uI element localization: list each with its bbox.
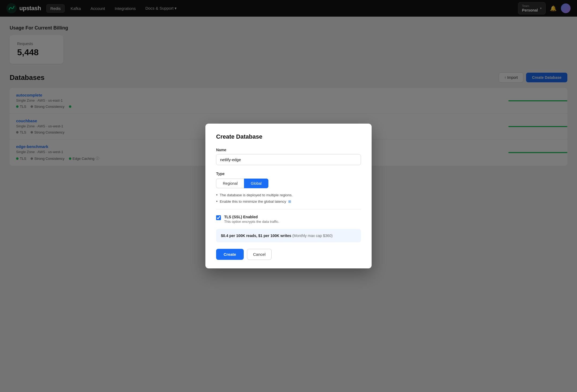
divider — [216, 209, 361, 209]
type-regional-button[interactable]: Regional — [216, 179, 244, 188]
type-description: The database is deployed to multiple reg… — [216, 193, 361, 204]
bullet-2: Enable this to minimize the global laten… — [216, 199, 361, 204]
pricing-muted: (Monthly max cap $360) — [292, 234, 332, 238]
modal-title: Create Database — [216, 133, 361, 140]
tls-title: TLS (SSL) Enabled — [224, 215, 279, 219]
tls-text: TLS (SSL) Enabled This option encrypts t… — [224, 215, 279, 224]
type-label: Type — [216, 172, 361, 176]
pricing-banner: $0.4 per 100K reads, $1 per 100K writes … — [216, 229, 361, 242]
tls-row: TLS (SSL) Enabled This option encrypts t… — [216, 215, 361, 224]
modal-overlay[interactable]: Create Database Name Type Regional Globa… — [0, 0, 577, 392]
cancel-button[interactable]: Cancel — [247, 249, 272, 260]
name-input[interactable] — [216, 154, 361, 165]
modal-actions: Create Cancel — [216, 249, 361, 260]
bullet-1: The database is deployed to multiple reg… — [216, 193, 361, 197]
external-link-icon[interactable]: ⊞ — [288, 199, 291, 204]
tls-checkbox[interactable] — [216, 215, 221, 220]
type-buttons: Regional Global — [216, 179, 361, 188]
type-global-button[interactable]: Global — [244, 179, 268, 188]
name-label: Name — [216, 148, 361, 152]
create-button[interactable]: Create — [216, 249, 244, 260]
create-database-modal: Create Database Name Type Regional Globa… — [205, 124, 372, 268]
pricing-text: $0.4 per 100K reads, $1 per 100K writes … — [221, 234, 332, 238]
pricing-strong: $0.4 per 100K reads, $1 per 100K writes — [221, 234, 291, 238]
tls-description: This option encrypts the data traffic. — [224, 220, 279, 224]
